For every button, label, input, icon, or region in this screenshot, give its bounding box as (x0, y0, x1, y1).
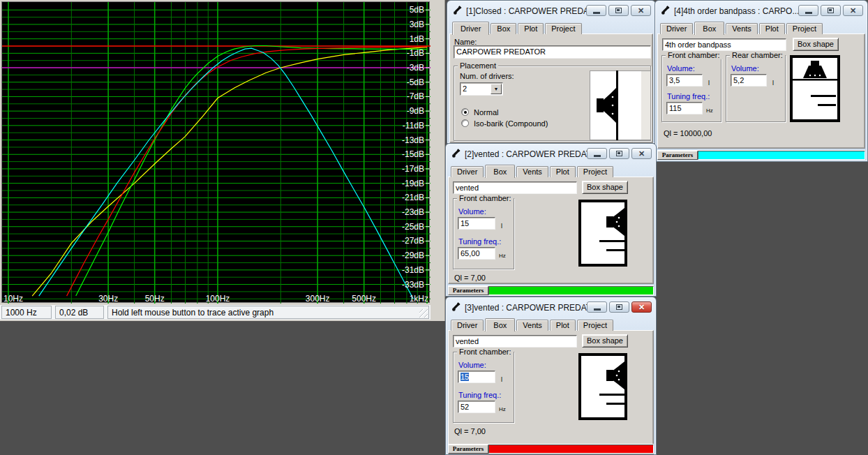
close-button[interactable]: ✕ (631, 301, 652, 313)
rear-volume-input[interactable]: 5,2 (731, 74, 767, 87)
num-drivers-value: 2 (463, 84, 467, 93)
tab-project[interactable]: Project (786, 23, 823, 34)
volume-unit: l (501, 223, 502, 230)
svg-text:30Hz: 30Hz (98, 294, 118, 304)
resize-grip-icon[interactable] (419, 309, 428, 318)
restore-button[interactable] (609, 148, 629, 159)
num-drivers-label: Num. of drivers: (460, 72, 514, 80)
close-button[interactable]: ✕ (631, 148, 652, 159)
volume-input[interactable]: 15 (458, 371, 495, 383)
tab-vents[interactable]: Vents (726, 23, 758, 34)
svg-text:-19dB: -19dB (402, 179, 424, 188)
svg-text:-1dB: -1dB (407, 48, 424, 58)
ql-value: Ql = 7,00 (454, 427, 486, 435)
window-bandpass-titlebar[interactable]: [4]4th order bandpass : CARPO... ✕ (655, 1, 867, 20)
ql-value: Ql = 10000,00 (664, 129, 712, 137)
tuning-input[interactable]: 65,00 (458, 247, 495, 260)
tab-driver[interactable]: Driver (452, 22, 489, 35)
parameters-color-bar (698, 151, 865, 160)
curve-4th-order-bandpass (39, 48, 414, 299)
tab-project[interactable]: Project (577, 166, 613, 177)
minimize-icon (594, 155, 601, 157)
status-hint: Hold left mouse button to trace active g… (107, 306, 429, 319)
tab-box[interactable]: Box (694, 22, 724, 35)
volume-label: Volume: (731, 64, 759, 73)
tab-project[interactable]: Project (577, 320, 613, 331)
minimize-icon (594, 308, 601, 311)
tuning-input[interactable]: 115 (666, 102, 703, 114)
tab-plot[interactable]: Plot (759, 23, 785, 34)
rear-chamber-legend: Rear chamber: (730, 51, 785, 59)
minimize-button[interactable] (587, 301, 607, 313)
tab-box[interactable]: Box (485, 318, 515, 331)
window-vented-2: [2]vented : CARPOWER PREDAT... ✕ Driver … (445, 143, 657, 297)
tab-plot[interactable]: Plot (550, 320, 576, 331)
restore-button[interactable] (608, 5, 629, 16)
volume-input[interactable]: 3,5 (666, 74, 703, 87)
radio-normal-label[interactable]: Normal (474, 108, 498, 117)
tab-vents[interactable]: Vents (516, 320, 548, 331)
parameters-tab[interactable]: Parameters (448, 286, 488, 295)
tab-driver[interactable]: Driver (451, 320, 484, 331)
front-chamber-legend: Front chamber: (666, 51, 722, 59)
box-type-input[interactable]: vented (453, 335, 577, 348)
window-vented3-titlebar[interactable]: [3]vented : CARPOWER PREDAT... ✕ (446, 297, 656, 317)
parameters-tab[interactable]: Parameters (448, 445, 488, 454)
chevron-down-icon[interactable]: ▼ (491, 84, 502, 94)
restore-icon (615, 8, 622, 13)
tab-box[interactable]: Box (491, 23, 516, 34)
minimize-icon (805, 12, 812, 14)
parameters-strip: Parameters (448, 444, 654, 454)
window-closed-titlebar[interactable]: [1]Closed : CARPOWER PREDAT... ✕ (447, 1, 655, 20)
restore-button[interactable] (609, 301, 629, 313)
svg-text:-21dB: -21dB (402, 193, 424, 202)
close-button[interactable]: ✕ (631, 5, 651, 16)
svg-text:-11dB: -11dB (403, 121, 424, 130)
tab-vents[interactable]: Vents (516, 166, 548, 177)
minimize-button[interactable] (586, 5, 606, 16)
tab-box[interactable]: Box (485, 165, 515, 178)
svg-text:-3dB: -3dB (407, 63, 424, 73)
window-vented2-titlebar[interactable]: [2]vented : CARPOWER PREDAT... ✕ (446, 144, 656, 163)
box-shape-button[interactable]: Box shape (793, 38, 839, 51)
curve-vented-52-Hz (67, 47, 427, 296)
tuning-unit: Hz (706, 107, 713, 114)
tab-plot[interactable]: Plot (518, 23, 544, 34)
tab-driver[interactable]: Driver (660, 23, 693, 34)
radio-normal[interactable] (461, 108, 469, 116)
front-chamber-group: Front chamber: Volume: 15 l Tuning freq.… (453, 198, 514, 269)
close-icon: ✕ (638, 304, 645, 311)
parameters-tab[interactable]: Parameters (657, 151, 698, 160)
restore-icon (828, 8, 834, 13)
close-button[interactable]: ✕ (843, 5, 863, 16)
minimize-button[interactable] (587, 148, 607, 159)
plot-canvas[interactable]: 5dB3dB1dB-1dB-3dB-5dB-7dB-9dB-11dB-13dB-… (2, 2, 431, 304)
svg-text:100Hz: 100Hz (206, 294, 230, 304)
radio-isobarik[interactable] (461, 119, 469, 127)
tab-project[interactable]: Project (545, 23, 581, 34)
tab-plot[interactable]: Plot (550, 166, 576, 177)
svg-text:1dB: 1dB (410, 34, 424, 44)
num-drivers-combobox[interactable]: 2 ▼ (460, 82, 503, 96)
svg-text:1kHz: 1kHz (410, 294, 428, 304)
svg-text:300Hz: 300Hz (306, 294, 330, 304)
restore-button[interactable] (821, 5, 841, 16)
box-shape-button[interactable]: Box shape (582, 334, 628, 348)
curve-closed-box (32, 47, 427, 297)
svg-text:-9dB: -9dB (407, 106, 424, 116)
svg-text:3dB: 3dB (410, 20, 424, 29)
frequency-response-plot[interactable]: 5dB3dB1dB-1dB-3dB-5dB-7dB-9dB-11dB-13dB-… (1, 1, 430, 303)
volume-input[interactable]: 15 (458, 217, 495, 230)
tab-driver[interactable]: Driver (451, 166, 484, 177)
tuning-input[interactable]: 52 (458, 401, 495, 413)
box-type-input[interactable]: vented (453, 181, 577, 194)
window-bandpass: [4]4th order bandpass : CARPO... ✕ Drive… (654, 0, 868, 162)
box-shape-button[interactable]: Box shape (582, 181, 628, 194)
box-type-input[interactable]: 4th order bandpass (662, 38, 786, 51)
svg-text:500Hz: 500Hz (352, 294, 376, 304)
parameters-color-bar (488, 445, 654, 454)
minimize-button[interactable] (798, 5, 818, 16)
box-tab-page: 4th order bandpass Box shape Front chamb… (657, 33, 865, 149)
radio-isobarik-label[interactable]: Iso-barik (Compound) (474, 119, 548, 128)
driver-name-input[interactable]: CARPOWER PREDATOR (454, 45, 651, 59)
